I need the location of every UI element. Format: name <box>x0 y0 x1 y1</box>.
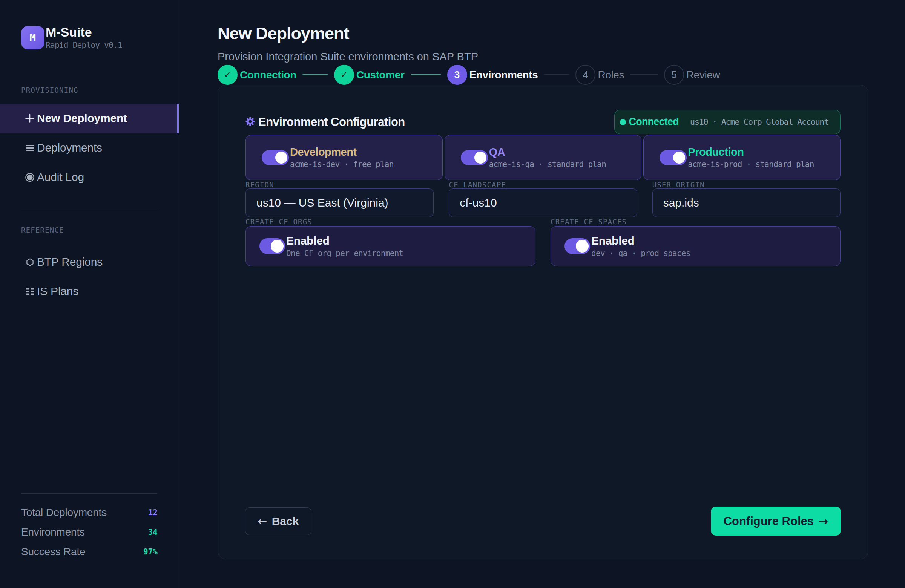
status-dot-icon <box>620 119 626 125</box>
step-number: 4 <box>575 65 595 85</box>
sidebar-divider <box>21 208 157 208</box>
stat-value: 97% <box>143 547 158 556</box>
connection-status: Connected <box>629 116 678 128</box>
step-customer[interactable]: ✓ Customer <box>334 65 405 85</box>
field-label: CF LANDSCAPE <box>449 181 637 189</box>
step-environments[interactable]: 3 Environments <box>447 65 538 85</box>
sidebar-item-btp-regions[interactable]: BTP Regions <box>0 247 179 277</box>
toggle-title: Enabled <box>286 235 403 247</box>
panel-title: Environment Configuration <box>258 115 405 129</box>
create-cf-spaces: CREATE CF SPACES Enabled dev · qa · prod… <box>551 218 840 266</box>
toggle-knob <box>475 152 486 163</box>
step-connector <box>630 74 658 75</box>
fields-row: REGION us10 — US East (Virginia) CF LAND… <box>246 181 840 217</box>
step-connection[interactable]: ✓ Connection <box>218 65 296 85</box>
user-origin-input[interactable]: sap.ids <box>653 189 840 217</box>
list-icon <box>25 145 34 151</box>
stat-label: Total Deployments <box>21 507 107 519</box>
field-label: CREATE CF ORGS <box>246 218 535 225</box>
env-card-production: Production acme-is-prod · standard plan <box>643 135 840 180</box>
sidebar-item-is-plans[interactable]: IS Plans <box>0 277 179 306</box>
env-name: QA <box>489 146 607 158</box>
main: New Deployment Provision Integration Sui… <box>179 0 905 588</box>
step-roles[interactable]: 4 Roles <box>575 65 624 85</box>
configure-roles-button[interactable]: Configure Roles → <box>711 507 841 536</box>
env-detail: acme-is-qa · standard plan <box>489 159 607 169</box>
field-region: REGION us10 — US East (Virginia) <box>246 181 433 217</box>
env-card-text: Production acme-is-prod · standard plan <box>688 146 814 169</box>
step-number: 3 <box>447 65 467 85</box>
wizard-panel: Environment Configuration Connected us10… <box>218 85 868 559</box>
arrow-right-icon: → <box>818 515 828 528</box>
create-cf-orgs-toggle[interactable] <box>259 238 285 254</box>
production-toggle[interactable] <box>659 150 687 165</box>
sidebar-item-audit-log[interactable]: Audit Log <box>0 162 179 192</box>
page-subtitle: Provision Integration Suite environments… <box>218 50 868 63</box>
back-button[interactable]: ← Back <box>245 507 311 535</box>
sidebar: M M-Suite Rapid Deploy v0.1 PROVISIONING… <box>0 0 179 588</box>
step-review[interactable]: 5 Review <box>664 65 720 85</box>
create-cf-orgs-box: Enabled One CF org per environment <box>246 226 535 266</box>
page-title: New Deployment <box>218 24 868 43</box>
plus-icon <box>25 114 34 123</box>
hexagon-icon <box>25 258 34 266</box>
env-card-text: Development acme-is-dev · free plan <box>290 146 394 169</box>
wizard-footer: ← Back Configure Roles → <box>245 507 841 536</box>
create-cf-orgs: CREATE CF ORGS Enabled One CF org per en… <box>246 218 535 266</box>
field-cf-landscape: CF LANDSCAPE cf-us10 <box>449 181 637 217</box>
sidebar-item-label: Deployments <box>37 141 102 154</box>
env-name: Production <box>688 146 814 158</box>
env-card-development: Development acme-is-dev · free plan <box>246 135 443 180</box>
development-toggle[interactable] <box>262 150 289 165</box>
brand: M M-Suite Rapid Deploy v0.1 <box>21 25 179 50</box>
step-check-icon: ✓ <box>218 65 238 85</box>
step-number: 5 <box>664 65 684 85</box>
sidebar-nav-provisioning: New Deployment Deployments Audit Log <box>0 104 179 192</box>
qa-toggle[interactable] <box>461 150 488 165</box>
toggle-knob <box>271 240 284 252</box>
env-name: Development <box>290 146 394 158</box>
field-user-origin: USER ORIGIN sap.ids <box>653 181 840 217</box>
toggle-knob <box>673 152 685 163</box>
sidebar-item-label: New Deployment <box>37 112 127 125</box>
field-label: USER ORIGIN <box>653 181 840 189</box>
cf-landscape-input[interactable]: cf-us10 <box>449 189 637 217</box>
stats-rows: Total Deployments 12 Environments 34 Suc… <box>21 503 158 562</box>
region-input[interactable]: us10 — US East (Virginia) <box>246 189 433 217</box>
step-label: Review <box>686 69 720 81</box>
cf-toggles-row: CREATE CF ORGS Enabled One CF org per en… <box>246 218 840 266</box>
env-card-text: QA acme-is-qa · standard plan <box>489 146 607 169</box>
app-title: M-Suite <box>46 25 122 39</box>
sidebar-item-label: Audit Log <box>37 171 84 184</box>
step-connector <box>411 74 441 75</box>
gear-icon <box>246 117 256 127</box>
toggle-detail: dev · qa · prod spaces <box>591 249 691 258</box>
sidebar-item-label: IS Plans <box>37 285 78 298</box>
stats-divider <box>21 493 157 494</box>
toggle-detail: One CF org per environment <box>286 249 403 258</box>
user-origin-value: sap.ids <box>663 197 699 209</box>
step-label: Customer <box>356 69 405 81</box>
stat-environments: Environments 34 <box>21 522 158 542</box>
create-cf-spaces-toggle[interactable] <box>565 238 590 254</box>
toggle-title: Enabled <box>591 235 691 247</box>
sidebar-item-label: BTP Regions <box>37 255 103 268</box>
env-detail: acme-is-prod · standard plan <box>688 159 814 169</box>
stat-value: 34 <box>148 528 158 537</box>
sidebar-section-reference: REFERENCE <box>21 226 179 234</box>
step-label: Connection <box>240 69 296 81</box>
sidebar-item-new-deployment[interactable]: New Deployment <box>0 104 179 133</box>
arrow-left-icon: ← <box>258 515 267 528</box>
stat-label: Success Rate <box>21 546 85 558</box>
sidebar-stats: Total Deployments 12 Environments 34 Suc… <box>0 493 179 562</box>
panel-header: Environment Configuration Connected us10… <box>246 110 840 134</box>
table-icon <box>25 288 34 295</box>
sidebar-item-deployments[interactable]: Deployments <box>0 133 179 162</box>
toggle-knob <box>576 240 589 252</box>
app-subtitle: Rapid Deploy v0.1 <box>46 40 122 50</box>
field-label: REGION <box>246 181 433 189</box>
back-button-label: Back <box>272 515 299 528</box>
brand-text: M-Suite Rapid Deploy v0.1 <box>46 25 122 50</box>
panel-title-wrap: Environment Configuration <box>246 115 405 129</box>
step-check-icon: ✓ <box>334 65 354 85</box>
